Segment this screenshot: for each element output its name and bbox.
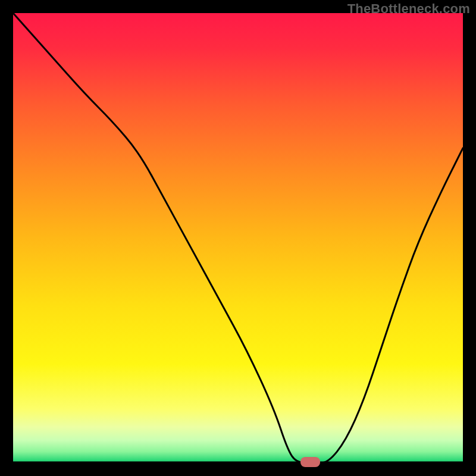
- chart-svg: [13, 13, 463, 463]
- plot-area: [13, 13, 463, 463]
- chart-frame: TheBottleneck.com: [0, 0, 476, 476]
- optimal-marker: [300, 457, 320, 467]
- gradient-background: [13, 13, 463, 463]
